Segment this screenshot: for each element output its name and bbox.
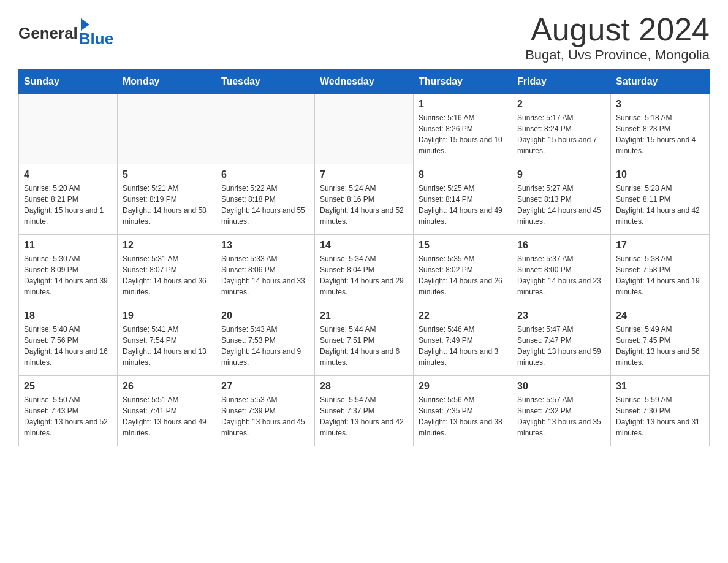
- day-info: Sunrise: 5:51 AM Sunset: 7:41 PM Dayligh…: [123, 394, 211, 439]
- day-info: Sunrise: 5:34 AM Sunset: 8:04 PM Dayligh…: [320, 253, 408, 297]
- day-info: Sunrise: 5:50 AM Sunset: 7:43 PM Dayligh…: [24, 394, 112, 439]
- day-info: Sunrise: 5:22 AM Sunset: 8:18 PM Dayligh…: [221, 183, 309, 227]
- day-number: 6: [221, 169, 309, 180]
- calendar-cell: 22Sunrise: 5:46 AM Sunset: 7:49 PM Dayli…: [414, 305, 512, 376]
- calendar-header-row: SundayMondayTuesdayWednesdayThursdayFrid…: [19, 70, 710, 94]
- calendar-table: SundayMondayTuesdayWednesdayThursdayFrid…: [18, 69, 710, 446]
- calendar-cell: 24Sunrise: 5:49 AM Sunset: 7:45 PM Dayli…: [611, 305, 710, 376]
- day-info: Sunrise: 5:38 AM Sunset: 7:58 PM Dayligh…: [616, 253, 704, 297]
- logo-general-text: General: [18, 24, 78, 43]
- day-info: Sunrise: 5:21 AM Sunset: 8:19 PM Dayligh…: [123, 183, 211, 227]
- day-info: Sunrise: 5:27 AM Sunset: 8:13 PM Dayligh…: [517, 183, 605, 227]
- day-number: 23: [517, 310, 605, 321]
- calendar-cell: 19Sunrise: 5:41 AM Sunset: 7:54 PM Dayli…: [118, 305, 216, 376]
- day-number: 3: [616, 99, 704, 110]
- day-number: 27: [221, 381, 309, 392]
- day-number: 21: [320, 310, 408, 321]
- day-number: 25: [24, 381, 112, 392]
- day-number: 16: [517, 240, 605, 251]
- day-number: 22: [419, 310, 507, 321]
- day-info: Sunrise: 5:47 AM Sunset: 7:47 PM Dayligh…: [517, 324, 605, 368]
- calendar-cell: 8Sunrise: 5:25 AM Sunset: 8:14 PM Daylig…: [414, 164, 512, 235]
- calendar-header-tuesday: Tuesday: [216, 70, 315, 94]
- day-number: 17: [616, 240, 704, 251]
- calendar-cell: 3Sunrise: 5:18 AM Sunset: 8:23 PM Daylig…: [611, 94, 710, 164]
- day-number: 31: [616, 381, 704, 392]
- day-number: 5: [123, 169, 211, 180]
- calendar-cell: 12Sunrise: 5:31 AM Sunset: 8:07 PM Dayli…: [118, 235, 216, 305]
- day-number: 9: [517, 169, 605, 180]
- day-number: 18: [24, 310, 112, 321]
- day-number: 7: [320, 169, 408, 180]
- day-number: 8: [419, 169, 507, 180]
- day-number: 19: [123, 310, 211, 321]
- calendar-week-3: 11Sunrise: 5:30 AM Sunset: 8:09 PM Dayli…: [19, 235, 710, 305]
- day-info: Sunrise: 5:59 AM Sunset: 7:30 PM Dayligh…: [616, 394, 704, 439]
- calendar-cell: 11Sunrise: 5:30 AM Sunset: 8:09 PM Dayli…: [19, 235, 118, 305]
- month-title: August 2024: [525, 12, 710, 47]
- calendar-cell: [118, 94, 216, 164]
- day-number: 13: [221, 240, 309, 251]
- day-info: Sunrise: 5:37 AM Sunset: 8:00 PM Dayligh…: [517, 253, 605, 297]
- title-area: August 2024 Bugat, Uvs Province, Mongoli…: [525, 12, 710, 63]
- calendar-cell: [315, 94, 414, 164]
- calendar-cell: 5Sunrise: 5:21 AM Sunset: 8:19 PM Daylig…: [118, 164, 216, 235]
- calendar-week-4: 18Sunrise: 5:40 AM Sunset: 7:56 PM Dayli…: [19, 305, 710, 376]
- calendar-cell: 30Sunrise: 5:57 AM Sunset: 7:32 PM Dayli…: [512, 376, 611, 446]
- day-info: Sunrise: 5:20 AM Sunset: 8:21 PM Dayligh…: [24, 183, 112, 227]
- day-number: 4: [24, 169, 112, 180]
- calendar-cell: 7Sunrise: 5:24 AM Sunset: 8:16 PM Daylig…: [315, 164, 414, 235]
- day-info: Sunrise: 5:17 AM Sunset: 8:24 PM Dayligh…: [517, 112, 605, 156]
- calendar-cell: 26Sunrise: 5:51 AM Sunset: 7:41 PM Dayli…: [118, 376, 216, 446]
- day-info: Sunrise: 5:30 AM Sunset: 8:09 PM Dayligh…: [24, 253, 112, 297]
- calendar-week-1: 1Sunrise: 5:16 AM Sunset: 8:26 PM Daylig…: [19, 94, 710, 164]
- calendar-cell: 10Sunrise: 5:28 AM Sunset: 8:11 PM Dayli…: [611, 164, 710, 235]
- calendar-header-friday: Friday: [512, 70, 611, 94]
- day-info: Sunrise: 5:16 AM Sunset: 8:26 PM Dayligh…: [419, 112, 507, 156]
- day-info: Sunrise: 5:18 AM Sunset: 8:23 PM Dayligh…: [616, 112, 704, 156]
- day-info: Sunrise: 5:54 AM Sunset: 7:37 PM Dayligh…: [320, 394, 408, 439]
- day-info: Sunrise: 5:44 AM Sunset: 7:51 PM Dayligh…: [320, 324, 408, 368]
- calendar-cell: 9Sunrise: 5:27 AM Sunset: 8:13 PM Daylig…: [512, 164, 611, 235]
- calendar-cell: 6Sunrise: 5:22 AM Sunset: 8:18 PM Daylig…: [216, 164, 315, 235]
- day-number: 14: [320, 240, 408, 251]
- calendar-week-2: 4Sunrise: 5:20 AM Sunset: 8:21 PM Daylig…: [19, 164, 710, 235]
- calendar-cell: 25Sunrise: 5:50 AM Sunset: 7:43 PM Dayli…: [19, 376, 118, 446]
- day-number: 24: [616, 310, 704, 321]
- calendar-cell: 14Sunrise: 5:34 AM Sunset: 8:04 PM Dayli…: [315, 235, 414, 305]
- day-info: Sunrise: 5:40 AM Sunset: 7:56 PM Dayligh…: [24, 324, 112, 368]
- calendar-cell: 13Sunrise: 5:33 AM Sunset: 8:06 PM Dayli…: [216, 235, 315, 305]
- logo-blue-text: Blue: [79, 29, 113, 48]
- calendar-cell: 20Sunrise: 5:43 AM Sunset: 7:53 PM Dayli…: [216, 305, 315, 376]
- day-info: Sunrise: 5:31 AM Sunset: 8:07 PM Dayligh…: [123, 253, 211, 297]
- calendar-cell: [216, 94, 315, 164]
- day-number: 10: [616, 169, 704, 180]
- calendar-header-thursday: Thursday: [414, 70, 512, 94]
- day-number: 2: [517, 99, 605, 110]
- logo: General Blue: [18, 18, 113, 48]
- logo-arrow-icon: [81, 18, 89, 31]
- calendar-cell: 17Sunrise: 5:38 AM Sunset: 7:58 PM Dayli…: [611, 235, 710, 305]
- calendar-cell: 1Sunrise: 5:16 AM Sunset: 8:26 PM Daylig…: [414, 94, 512, 164]
- calendar-cell: [19, 94, 118, 164]
- calendar-header-saturday: Saturday: [611, 70, 710, 94]
- day-number: 1: [419, 99, 507, 110]
- calendar-cell: 28Sunrise: 5:54 AM Sunset: 7:37 PM Dayli…: [315, 376, 414, 446]
- day-info: Sunrise: 5:57 AM Sunset: 7:32 PM Dayligh…: [517, 394, 605, 439]
- day-number: 12: [123, 240, 211, 251]
- day-number: 20: [221, 310, 309, 321]
- location-title: Bugat, Uvs Province, Mongolia: [525, 47, 710, 63]
- calendar-cell: 18Sunrise: 5:40 AM Sunset: 7:56 PM Dayli…: [19, 305, 118, 376]
- day-info: Sunrise: 5:43 AM Sunset: 7:53 PM Dayligh…: [221, 324, 309, 368]
- day-info: Sunrise: 5:35 AM Sunset: 8:02 PM Dayligh…: [419, 253, 507, 297]
- calendar-cell: 15Sunrise: 5:35 AM Sunset: 8:02 PM Dayli…: [414, 235, 512, 305]
- day-number: 15: [419, 240, 507, 251]
- calendar-cell: 21Sunrise: 5:44 AM Sunset: 7:51 PM Dayli…: [315, 305, 414, 376]
- page-header: General Blue August 2024 Bugat, Uvs Prov…: [18, 12, 710, 63]
- calendar-cell: 27Sunrise: 5:53 AM Sunset: 7:39 PM Dayli…: [216, 376, 315, 446]
- calendar-cell: 4Sunrise: 5:20 AM Sunset: 8:21 PM Daylig…: [19, 164, 118, 235]
- calendar-cell: 23Sunrise: 5:47 AM Sunset: 7:47 PM Dayli…: [512, 305, 611, 376]
- calendar-cell: 2Sunrise: 5:17 AM Sunset: 8:24 PM Daylig…: [512, 94, 611, 164]
- calendar-header-wednesday: Wednesday: [315, 70, 414, 94]
- day-number: 30: [517, 381, 605, 392]
